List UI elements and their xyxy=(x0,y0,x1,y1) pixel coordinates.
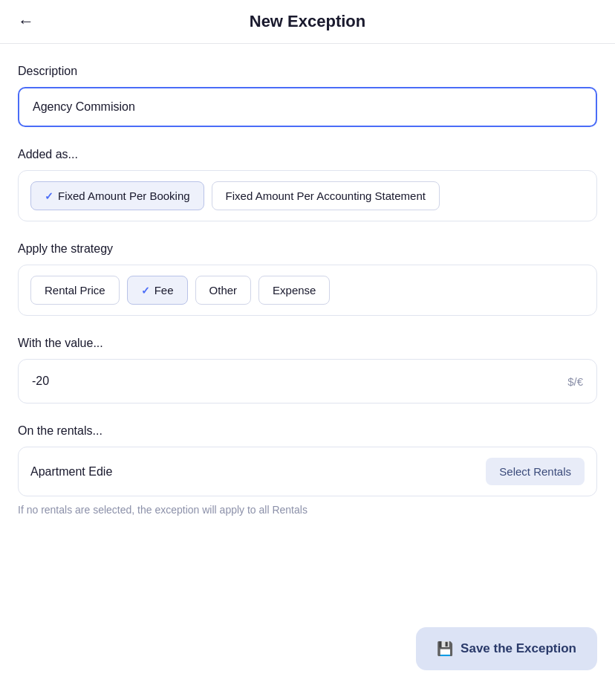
added-as-toggle-group: ✓ Fixed Amount Per Booking Fixed Amount … xyxy=(18,170,597,221)
value-label: With the value... xyxy=(18,337,597,350)
check-icon: ✓ xyxy=(45,190,53,202)
added-as-section: Added as... ✓ Fixed Amount Per Booking F… xyxy=(18,148,597,221)
description-input[interactable] xyxy=(18,87,597,127)
toggle-fee[interactable]: ✓ Fee xyxy=(127,276,188,305)
select-rentals-button[interactable]: Select Rentals xyxy=(486,458,585,485)
header: ← New Exception xyxy=(0,0,615,44)
currency-label: $/€ xyxy=(567,375,583,388)
value-input[interactable] xyxy=(32,375,567,388)
description-section: Description xyxy=(18,65,597,127)
page: ← New Exception Description Added as... … xyxy=(0,0,615,700)
value-section: With the value... $/€ xyxy=(18,337,597,404)
value-input-container: $/€ xyxy=(18,359,597,404)
strategy-section: Apply the strategy Rental Price ✓ Fee Ot… xyxy=(18,242,597,316)
toggle-other[interactable]: Other xyxy=(195,276,252,305)
rental-name: Apartment Edie xyxy=(30,465,112,479)
page-title: New Exception xyxy=(250,12,365,31)
rentals-hint: If no rentals are selected, the exceptio… xyxy=(18,504,597,516)
check-icon: ✓ xyxy=(141,285,150,296)
strategy-label: Apply the strategy xyxy=(18,242,597,256)
toggle-expense[interactable]: Expense xyxy=(258,276,330,305)
rentals-container: Apartment Edie Select Rentals xyxy=(18,447,597,496)
description-label: Description xyxy=(18,65,597,78)
back-button[interactable]: ← xyxy=(18,12,34,31)
strategy-toggle-group: Rental Price ✓ Fee Other Expense xyxy=(18,265,597,316)
toggle-fixed-accounting[interactable]: Fixed Amount Per Accounting Statement xyxy=(212,181,440,210)
save-icon: 💾 xyxy=(437,641,453,657)
save-button-container: 💾 Save the Exception xyxy=(416,627,597,670)
toggle-fixed-booking[interactable]: ✓ Fixed Amount Per Booking xyxy=(30,181,204,210)
content: Description Added as... ✓ Fixed Amount P… xyxy=(0,44,615,557)
added-as-label: Added as... xyxy=(18,148,597,161)
toggle-rental-price[interactable]: Rental Price xyxy=(30,276,120,305)
save-exception-button[interactable]: 💾 Save the Exception xyxy=(416,627,597,670)
rentals-label: On the rentals... xyxy=(18,424,597,438)
rentals-section: On the rentals... Apartment Edie Select … xyxy=(18,424,597,516)
